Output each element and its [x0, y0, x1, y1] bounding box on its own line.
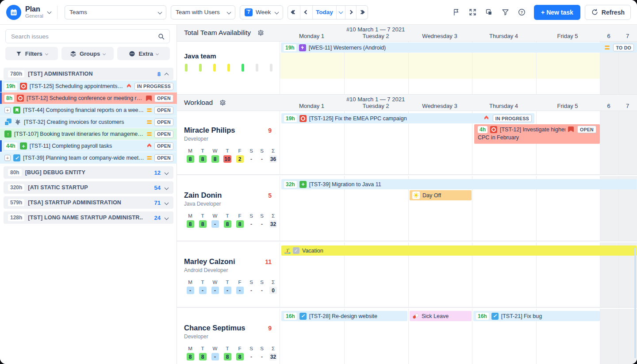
teams-select[interactable]: Teams	[65, 5, 166, 19]
task-row-tst-39[interactable]: [TST-39] Planning team or company-wide m…	[0, 152, 177, 164]
person-info: Zain Donin 5 Java Developer MTWTFSSΣ 88-…	[177, 176, 280, 241]
day-letter: W	[213, 213, 218, 218]
workload-cell: 8	[236, 353, 244, 360]
priority-highest-icon	[484, 116, 489, 120]
workload-hours-cells: -------0	[184, 287, 280, 294]
day-letter: T	[226, 213, 229, 218]
app-title-block: Plan General	[25, 6, 43, 19]
day-header-monday: Monday 1	[280, 103, 344, 109]
person-calendar[interactable]: 32h [TST-39] Migration to Java 11 Day Of…	[280, 176, 637, 241]
day-letter: S	[260, 280, 264, 285]
issue-list: 780h [TST] ADMINISTRATION 8 19h [TST-125…	[0, 65, 177, 224]
topbar: Plan General Teams Team with Users 7 Wee…	[0, 0, 637, 25]
group-row-tst-administration[interactable]: 780h [TST] ADMINISTRATION 8	[4, 68, 173, 80]
workload-day-letters: MTWTFSSΣ	[184, 213, 280, 218]
workload-cell: 8	[236, 220, 244, 228]
vertical-scrollbar[interactable]	[634, 248, 636, 358]
prev-button[interactable]	[300, 6, 313, 19]
layers-icon	[70, 50, 77, 57]
group-row-tst-long-name[interactable]: 128h [TST] LONG NAME STARTUP ADMINISTR..…	[4, 211, 173, 224]
availability-bar	[199, 64, 202, 72]
person-calendar[interactable]: Vacation	[280, 242, 637, 307]
day-letter: M	[188, 346, 192, 351]
app-window: Plan General Teams Team with Users 7 Wee…	[0, 0, 637, 364]
person-name[interactable]: Chance Septimus	[184, 324, 245, 332]
next-button[interactable]	[345, 6, 357, 19]
availability-calendar[interactable]: 19h [WES-11] Westerners (Android) TO DO	[280, 42, 637, 94]
refresh-button[interactable]: Refresh	[585, 5, 631, 20]
availability-bar	[185, 64, 188, 72]
task-bar-tst-125[interactable]: 19h [TST-125] Fix the EMEA PPC campaign …	[281, 113, 534, 123]
priority-medium-icon	[147, 132, 152, 136]
team-with-users-select[interactable]: Team with Users	[171, 5, 235, 19]
today-dropdown-chevron-icon[interactable]	[337, 6, 345, 19]
gear-icon[interactable]	[219, 99, 226, 107]
group-row-bug-debug-entity[interactable]: 80h [BUG] DEBUG ENTITY 12	[4, 166, 173, 179]
vacation-bar[interactable]: Vacation	[281, 245, 637, 256]
extra-button[interactable]: Extra	[117, 47, 170, 60]
person-name[interactable]: Zain Donin	[184, 191, 222, 199]
day-letter: T	[201, 148, 204, 153]
groups-button[interactable]: Groups	[61, 47, 114, 60]
task-row-tst-125[interactable]: 19h [TST-125] Scheduling appointments fo…	[0, 80, 177, 92]
sick-leave-bar[interactable]: Sick Leave	[410, 311, 472, 321]
day-letter: Σ	[272, 280, 275, 285]
week-zoom-select[interactable]: 7 Week	[240, 5, 283, 19]
day-off-bar[interactable]: Day Off	[410, 190, 472, 200]
search-icon[interactable]	[157, 33, 165, 40]
task-row-tst-107[interactable]: [TST-107] Booking travel itineraries for…	[0, 128, 177, 140]
search-input[interactable]	[10, 33, 157, 40]
filters-button[interactable]: Filters	[5, 47, 58, 60]
help-icon[interactable]: ?	[517, 8, 526, 17]
next-fast-button[interactable]	[357, 6, 368, 19]
day-header-wednesday: Wednesday 3	[408, 33, 472, 39]
workload-cell: -	[211, 220, 219, 228]
person-calendar[interactable]: 16h [TST-28] Re-design website Sick Leav…	[280, 309, 637, 364]
person-task-count: 5	[268, 192, 272, 199]
fullscreen-icon[interactable]	[468, 8, 477, 17]
plan-switcher-chevron-icon[interactable]	[47, 9, 51, 14]
page-title: Plan	[25, 6, 43, 13]
workload-cell: -	[258, 287, 266, 294]
person-name[interactable]: Marley Calzoni	[184, 257, 235, 266]
availability-bar	[256, 64, 258, 72]
custom-claw-icon	[14, 119, 21, 126]
workload-hours-cells: 88-88--32	[184, 353, 280, 360]
expand-icon[interactable]	[4, 155, 11, 161]
task-bar-tst-28[interactable]: 16h [TST-28] Re-design website	[281, 311, 407, 321]
duplicate-icon[interactable]	[484, 8, 493, 17]
team-name: Java team	[184, 52, 216, 60]
task-issue-icon	[491, 313, 499, 320]
workload-day-letters: MTWTFSSΣ	[184, 280, 280, 285]
expand-icon[interactable]	[4, 107, 11, 113]
new-task-button[interactable]: + New task	[534, 5, 580, 20]
today-button[interactable]: Today	[313, 6, 337, 19]
day-letter: F	[238, 148, 241, 153]
workload-cell: 0	[269, 287, 277, 294]
flag-icon[interactable]	[452, 8, 460, 17]
filter-icon[interactable]	[501, 8, 510, 17]
task-bar-tst-21[interactable]: 16h [TST-21] Fix bug	[473, 311, 600, 321]
task-row-tst-11[interactable]: 44h [TST-11] Completing payroll tasks OP…	[0, 140, 177, 152]
person-calendar[interactable]: 19h [TST-125] Fix the EMEA PPC campaign …	[280, 111, 637, 174]
day-header-tuesday: Tuesday 2	[344, 103, 408, 109]
task-row-tst-12[interactable]: 8h [TST-12] Scheduling conference or mee…	[0, 92, 177, 104]
task-row-tst-44[interactable]: [TST-44] Composing financial reports on …	[0, 104, 177, 116]
gear-icon[interactable]	[257, 29, 265, 37]
task-bar-tst-12[interactable]: 4h [TST-12] Investigate higher OPEN CPC …	[474, 124, 600, 144]
workload-cell: -	[248, 155, 255, 163]
task-bar-wes-11[interactable]: 19h [WES-11] Westerners (Android) TO DO	[281, 42, 637, 53]
task-bar-tst-39[interactable]: 32h [TST-39] Migration to Java 11	[281, 179, 637, 189]
app-logo-calendar-icon[interactable]	[6, 5, 21, 20]
group-row-ati-static-startup[interactable]: 320h [ATI STATIC STARTUP 54	[4, 181, 173, 194]
workload-cell: -	[236, 287, 244, 294]
person-name[interactable]: Miracle Philips	[184, 126, 235, 134]
svg-text:?: ?	[520, 10, 522, 15]
availability-bar	[213, 64, 216, 72]
prev-fast-button[interactable]	[288, 6, 300, 19]
day-letter: T	[201, 280, 204, 285]
availability-bar	[242, 64, 244, 72]
day-header-thursday: Thursday 4	[472, 33, 536, 39]
task-row-tst-32[interactable]: [TST-32] Creating invoices for customers…	[0, 116, 177, 128]
group-row-tsa-startup-administration[interactable]: 579h [TSA] STARTUP ADMINISTRATION 71	[4, 196, 173, 209]
